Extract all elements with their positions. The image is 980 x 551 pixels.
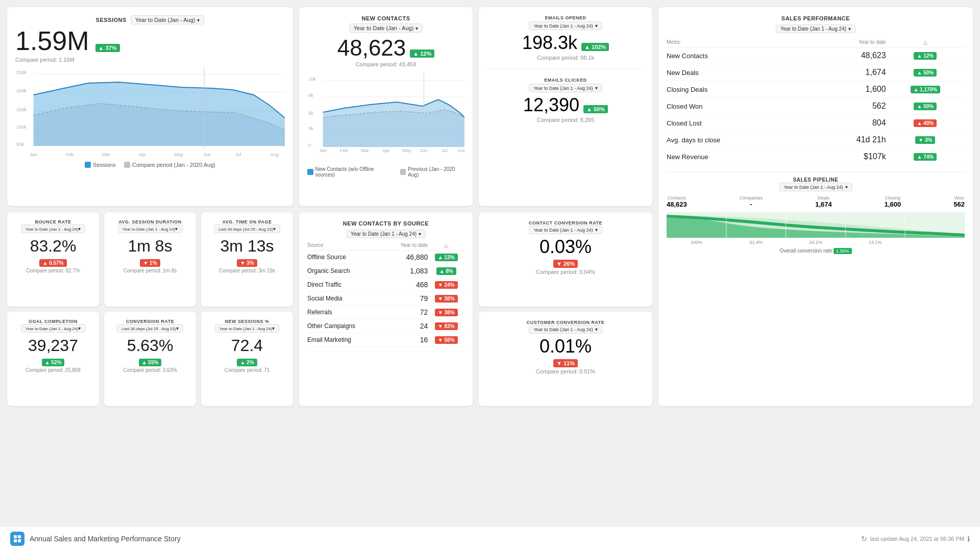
svg-rect-49 xyxy=(18,535,21,538)
conversion-cards: CONTACT CONVERSION RATE Year to Date (Ja… xyxy=(479,212,652,406)
sessions-value: 1.59M xyxy=(15,27,89,56)
source-table-row: Email Marketing 16 ▼ 58% xyxy=(307,333,464,347)
svg-text:5k: 5k xyxy=(308,111,313,116)
small-metric-badge-row: ▼ 3% xyxy=(208,258,286,267)
svg-text:Aug: Aug xyxy=(271,152,279,157)
source-table-row: Direct Traffic 468 ▼ 24% xyxy=(307,278,464,292)
emails-opened-section: EMAILS OPENED Year to Date (Jan 1 - Aug … xyxy=(487,15,644,61)
source-col-delta: △ xyxy=(428,240,464,251)
svg-text:Jul: Jul xyxy=(442,148,448,153)
perf-table-row: Closed Won 562 ▲ 50% xyxy=(667,98,965,115)
svg-rect-41 xyxy=(424,71,424,147)
perf-badge: ▲ 50% xyxy=(886,64,965,81)
perf-value: 41d 21h xyxy=(808,132,886,148)
svg-text:150k: 150k xyxy=(16,107,27,112)
emails-opened-compare: Compare period: 98.1k xyxy=(487,55,644,61)
svg-text:Feb: Feb xyxy=(66,152,74,157)
small-metric-compare: Compare period: 1m 8s xyxy=(111,268,189,273)
svg-text:Aug: Aug xyxy=(458,148,464,153)
source-dropdown[interactable]: Year to Date (Jan 1 - Aug 24) xyxy=(346,230,426,238)
svg-text:Feb: Feb xyxy=(340,148,348,153)
customer-conv-badge: ▼ 11% xyxy=(553,359,578,367)
emails-opened-dropdown[interactable]: Year to Date (Jan 1 - Aug 24) xyxy=(529,21,602,30)
sessions-card: SESSIONS Year to Date (Jan - Aug) 1.59M … xyxy=(7,7,293,206)
svg-text:Mar: Mar xyxy=(361,148,369,153)
small-metric-card: NEW SESSIONS % Year to Date (Jan 1 - Aug… xyxy=(201,312,293,406)
svg-text:Jan: Jan xyxy=(30,152,37,157)
sales-perf-dropdown[interactable]: Year to Date (Jan 1 - Aug 24) xyxy=(776,24,855,33)
small-metric-value: 5.63% xyxy=(111,336,189,355)
perf-value: 562 xyxy=(808,98,886,115)
pipeline-pcts: 100% 51.4% 24.1% 13.1% xyxy=(667,240,965,245)
contact-conv-value: 0.03% xyxy=(540,236,592,257)
svg-text:May: May xyxy=(402,148,411,153)
new-contacts-card: NEW CONTACTS Year to Date (Jan - Aug) 48… xyxy=(299,7,473,206)
new-contacts-title: NEW CONTACTS xyxy=(361,15,410,21)
small-metric-badge-row: ▲ 52% xyxy=(14,357,92,366)
customer-conv-dropdown[interactable]: Year to Date (Jan 1 - Aug 24) xyxy=(529,325,602,334)
pipeline-dropdown[interactable]: Year to Date (Jan 1 - Aug 24) xyxy=(779,183,852,191)
small-metric-compare: Compare period: 82.7% xyxy=(14,268,92,273)
emails-clicked-dropdown[interactable]: Year to Date (Jan 1 - Aug 24) xyxy=(529,84,602,92)
sessions-legend: Sessions Compare period (Jan - 2020 Aug) xyxy=(15,162,285,168)
svg-text:8k: 8k xyxy=(308,93,313,98)
source-value: 1,083 xyxy=(384,264,428,278)
contact-conv-compare: Compare period: 0.04% xyxy=(487,269,644,275)
perf-table-row: Closing Deals 1,600 ▲ 1,170% xyxy=(667,81,965,98)
small-metric-badge: ▼ 1% xyxy=(140,259,160,267)
svg-text:3k: 3k xyxy=(308,126,313,131)
svg-rect-50 xyxy=(14,539,17,542)
sales-performance-card: SALES PERFORMANCE Year to Date (Jan 1 - … xyxy=(658,7,973,406)
perf-badge: ▲ 74% xyxy=(886,148,965,165)
new-contacts-dropdown[interactable]: Year to Date (Jan - Aug) xyxy=(349,23,423,33)
footer: Annual Sales and Marketing Performance S… xyxy=(0,526,980,551)
contact-conv-dropdown[interactable]: Year to Date (Jan 1 - Aug 24) xyxy=(529,226,602,234)
svg-text:Jun: Jun xyxy=(420,148,427,153)
new-contacts-source-card: NEW CONTACTS BY SOURCE Year to Date (Jan… xyxy=(299,212,473,406)
source-table: Source Year to date △ Offline Source 46,… xyxy=(307,240,464,347)
small-metric-compare: Compare period: 3m 19s xyxy=(208,268,286,273)
customer-conversion-card: CUSTOMER CONVERSION RATE Year to Date (J… xyxy=(479,312,652,406)
sessions-title: SESSIONS xyxy=(96,17,127,23)
perf-metric: Closed Won xyxy=(667,98,808,115)
source-value: 46,880 xyxy=(384,251,428,264)
small-metric-card: BOUNCE RATE Year to Date (Jan 1 - Aug 24… xyxy=(7,212,99,307)
source-value: 24 xyxy=(384,319,428,333)
overall-rate: Overall conversion rate 1.56% xyxy=(667,248,965,254)
svg-text:10k: 10k xyxy=(308,77,316,82)
refresh-icon: ↻ xyxy=(861,535,867,543)
sessions-badge: ▲ 37% xyxy=(95,44,120,52)
customer-conv-compare: Compare period: 0.01% xyxy=(487,368,644,374)
source-table-row: Social Media 79 ▼ 38% xyxy=(307,292,464,306)
small-metric-value: 83.2% xyxy=(14,236,92,256)
small-metric-value: 39,237 xyxy=(14,336,92,355)
small-metric-badge-row: ▲ 0.57% xyxy=(14,258,92,267)
new-contacts-chart: 10k 8k 5k 3k 0 Jan Feb Mar Apr xyxy=(307,71,464,163)
svg-text:Apr: Apr xyxy=(139,152,146,157)
small-metric-value: 1m 8s xyxy=(111,236,189,256)
small-metric-title: AVG. SESSION DURATION xyxy=(111,219,189,224)
source-name: Organic Search xyxy=(307,264,384,278)
svg-rect-20 xyxy=(204,67,205,148)
svg-text:250k: 250k xyxy=(16,70,27,75)
svg-text:Jun: Jun xyxy=(203,152,211,157)
perf-value: 1,600 xyxy=(808,81,886,98)
sessions-dropdown[interactable]: Year to Date (Jan - Aug) xyxy=(131,15,205,24)
pipeline-section: SALES PIPELINE Year to Date (Jan 1 - Aug… xyxy=(667,171,965,254)
perf-table-row: New Deals 1,674 ▲ 50% xyxy=(667,64,965,81)
svg-text:50k: 50k xyxy=(16,142,24,147)
source-name: Referrals xyxy=(307,306,384,319)
small-metric-badge-row: ▲ 2% xyxy=(208,357,286,366)
source-name: Offline Source xyxy=(307,251,384,264)
source-table-row: Referrals 72 ▼ 38% xyxy=(307,306,464,319)
small-metric-card: GOAL COMPLETION Year to Date (Jan 1 - Au… xyxy=(7,312,99,406)
legend-compare: Compare period (Jan - 2020 Aug) xyxy=(124,162,215,168)
small-metric-title: BOUNCE RATE xyxy=(14,219,92,224)
perf-metric: New Deals xyxy=(667,64,808,81)
svg-text:0: 0 xyxy=(308,143,311,148)
pipeline-funnel xyxy=(667,212,965,238)
perf-metric: Avg. days to close xyxy=(667,132,808,148)
perf-table-row: New Contacts 48,623 ▲ 12% xyxy=(667,47,965,64)
source-value: 79 xyxy=(384,292,428,306)
small-metric-dropdown: Last 30 days (Jul 25 - Aug 23) xyxy=(208,224,286,234)
